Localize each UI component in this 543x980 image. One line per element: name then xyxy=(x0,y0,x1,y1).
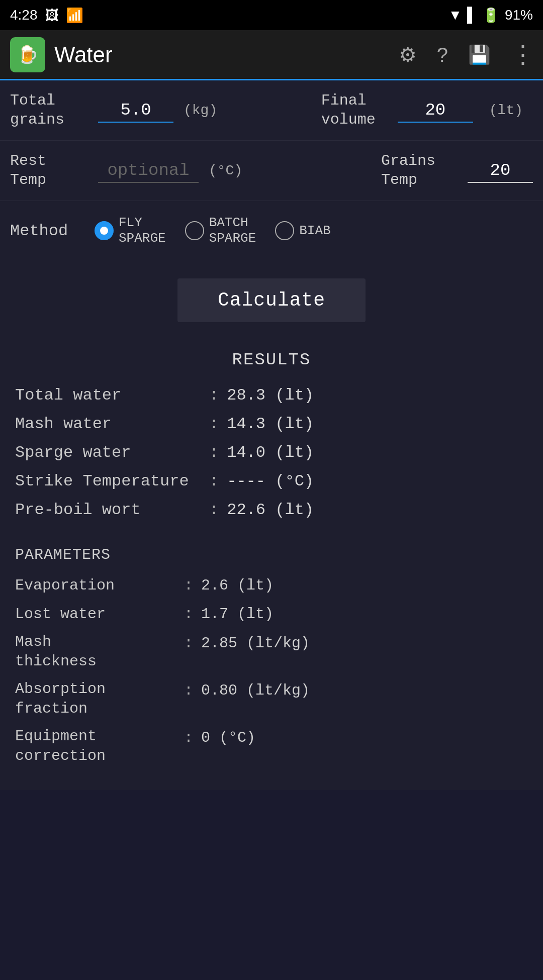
method-biab-label: BIAB xyxy=(299,223,330,239)
result-strike-temp-value: ---- (°C) xyxy=(227,470,314,493)
final-volume-label: Final volume xyxy=(321,91,392,129)
param-evaporation-value: 2.6 (lt) xyxy=(201,575,274,596)
method-fly-sparge[interactable]: FLY SPARGE xyxy=(95,215,166,246)
radio-batch-sparge-circle xyxy=(185,221,204,240)
grains-temp-label: Grains Temp xyxy=(381,152,462,189)
app-bar-actions: ⚙ ? 💾 ⋮ xyxy=(399,43,533,67)
rest-temp-input[interactable] xyxy=(98,159,199,183)
method-batch-sparge[interactable]: BATCH SPARGE xyxy=(185,215,256,246)
grains-volume-row: Total grains (kg) Final volume (lt) xyxy=(0,80,543,141)
param-equipment-correction-label: Equipment correction xyxy=(15,727,176,766)
result-sparge-water-label: Sparge water xyxy=(15,442,201,464)
result-sparge-water-value: 14.0 (lt) xyxy=(227,442,314,464)
settings-button[interactable]: ⚙ xyxy=(399,45,417,65)
final-volume-group: Final volume (lt) xyxy=(321,91,533,129)
status-right: ▼ ▌ 🔋 91% xyxy=(448,7,533,24)
param-absorption-fraction: Absorption fraction : 0.80 (lt/kg) xyxy=(15,675,528,723)
radio-fly-sparge-circle xyxy=(95,221,114,240)
param-lost-water: Lost water : 1.7 (lt) xyxy=(15,600,528,629)
grains-temp-group: Grains Temp xyxy=(381,152,533,189)
wifi-icon: ▼ xyxy=(448,7,462,23)
method-biab[interactable]: BIAB xyxy=(275,221,330,240)
param-lost-water-label: Lost water xyxy=(15,605,176,624)
param-mash-thickness-value: 2.85 (lt/kg) xyxy=(201,633,310,654)
result-strike-temp-label: Strike Temperature xyxy=(15,470,201,493)
param-mash-thickness-label: Mash thickness xyxy=(15,632,176,671)
param-evaporation-label: Evaporation xyxy=(15,576,176,596)
total-grains-unit: (kg) xyxy=(184,103,217,118)
radio-biab-circle xyxy=(275,221,294,240)
param-evaporation: Evaporation : 2.6 (lt) xyxy=(15,571,528,600)
status-left: 4:28 🖼 📶 xyxy=(10,7,83,24)
cell-signal-icon: ▌ xyxy=(467,7,477,23)
grains-temp-input[interactable] xyxy=(468,159,533,183)
time-display: 4:28 xyxy=(10,7,38,23)
total-grains-input[interactable] xyxy=(98,99,173,123)
method-fly-sparge-label: FLY SPARGE xyxy=(119,215,166,246)
param-absorption-fraction-value: 0.80 (lt/kg) xyxy=(201,680,310,701)
result-mash-water-label: Mash water xyxy=(15,413,201,436)
logo-emoji: 🍺 xyxy=(17,44,38,65)
final-volume-unit: (lt) xyxy=(489,103,523,118)
battery-percent: 91% xyxy=(505,7,533,23)
image-icon: 🖼 xyxy=(45,7,59,24)
app-bar: 🍺 Water ⚙ ? 💾 ⋮ xyxy=(0,30,543,80)
result-preboil-wort-label: Pre-boil wort xyxy=(15,499,201,522)
help-button[interactable]: ? xyxy=(437,45,448,65)
result-preboil-wort-value: 22.6 (lt) xyxy=(227,499,314,522)
rest-temp-unit: (°C) xyxy=(209,163,242,178)
result-mash-water-value: 14.3 (lt) xyxy=(227,413,314,436)
parameters-section: PARAMETERS Evaporation : 2.6 (lt) Lost w… xyxy=(0,534,543,790)
result-total-water-label: Total water xyxy=(15,384,201,407)
method-batch-sparge-label: BATCH SPARGE xyxy=(209,215,256,246)
param-lost-water-value: 1.7 (lt) xyxy=(201,604,274,625)
final-volume-input[interactable] xyxy=(398,99,473,123)
status-bar: 4:28 🖼 📶 ▼ ▌ 🔋 91% xyxy=(0,0,543,30)
app-logo: 🍺 xyxy=(10,37,45,72)
result-sparge-water: Sparge water : 14.0 (lt) xyxy=(15,439,528,467)
result-mash-water: Mash water : 14.3 (lt) xyxy=(15,410,528,439)
calculate-section: Calculate xyxy=(0,260,543,340)
signal-wifi-icon: 📶 xyxy=(66,7,83,24)
param-equipment-correction-value: 0 (°C) xyxy=(201,728,255,748)
parameters-title: PARAMETERS xyxy=(15,546,528,563)
app-title: Water xyxy=(54,42,399,67)
battery-icon: 🔋 xyxy=(482,7,500,24)
method-label: Method xyxy=(10,222,85,240)
save-button[interactable]: 💾 xyxy=(468,46,491,64)
param-mash-thickness: Mash thickness : 2.85 (lt/kg) xyxy=(15,628,528,675)
result-strike-temp: Strike Temperature : ---- (°C) xyxy=(15,467,528,496)
result-total-water: Total water : 28.3 (lt) xyxy=(15,381,528,410)
total-grains-label: Total grains xyxy=(10,91,98,129)
result-total-water-value: 28.3 (lt) xyxy=(227,384,314,407)
param-equipment-correction: Equipment correction : 0 (°C) xyxy=(15,723,528,770)
method-row: Method FLY SPARGE BATCH SPARGE BIAB xyxy=(0,201,543,260)
temp-row: Rest Temp (°C) Grains Temp xyxy=(0,141,543,201)
results-section: RESULTS Total water : 28.3 (lt) Mash wat… xyxy=(0,340,543,534)
more-options-button[interactable]: ⋮ xyxy=(511,43,533,67)
calculate-button[interactable]: Calculate xyxy=(177,278,366,322)
results-title: RESULTS xyxy=(15,350,528,369)
result-preboil-wort: Pre-boil wort : 22.6 (lt) xyxy=(15,496,528,525)
param-absorption-fraction-label: Absorption fraction xyxy=(15,679,176,719)
rest-temp-label: Rest Temp xyxy=(10,152,98,189)
